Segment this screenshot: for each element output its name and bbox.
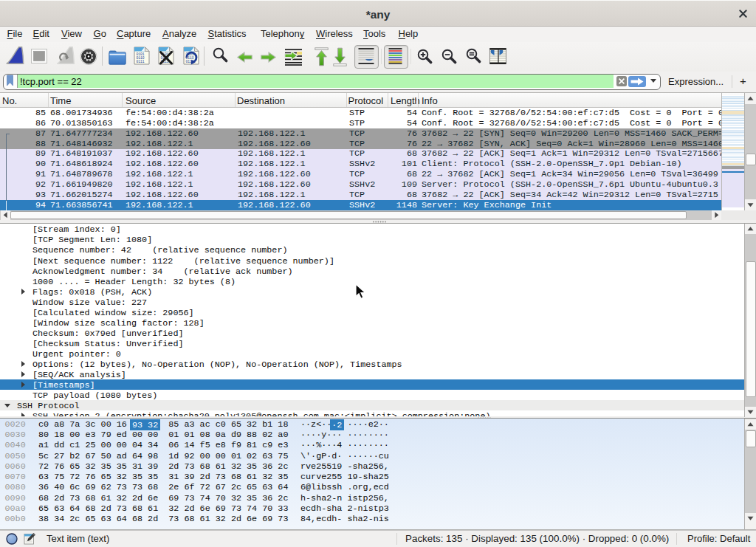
svg-text:0111: 0111 (136, 60, 144, 63)
